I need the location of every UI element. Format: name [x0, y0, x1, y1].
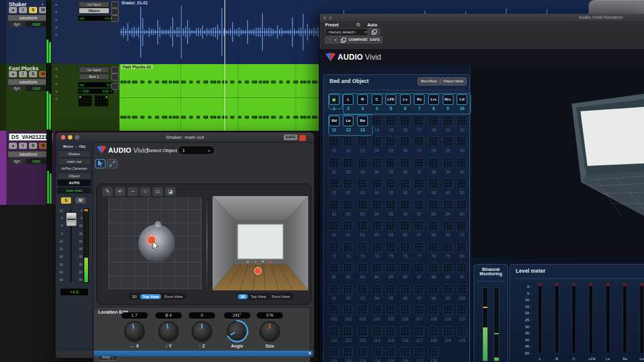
empty-channel-icon[interactable]	[443, 178, 453, 189]
dyn-button[interactable]: dyn	[10, 158, 24, 164]
view-tab-front-view[interactable]: Front View	[162, 294, 185, 299]
channel-cell-17[interactable]: 17	[413, 116, 427, 137]
channel-cell-103[interactable]: 103	[355, 305, 370, 326]
empty-channel-icon[interactable]	[443, 221, 453, 231]
volume-display[interactable]: vol +4.6	[77, 15, 114, 21]
channel-cell-10[interactable]: Ltf10	[455, 94, 469, 116]
empty-channel-icon[interactable]	[343, 263, 353, 273]
channel-cell-107[interactable]: 107	[413, 305, 427, 326]
input-selector[interactable]: no input	[79, 67, 109, 73]
empty-channel-icon[interactable]	[357, 136, 368, 147]
empty-channel-icon[interactable]	[372, 178, 382, 189]
empty-channel-icon[interactable]	[443, 242, 453, 253]
empty-channel-icon[interactable]	[414, 284, 425, 295]
input-monitor-button[interactable]: I	[19, 143, 27, 149]
automation-mode-button[interactable]: read	[26, 158, 47, 164]
empty-channel-icon[interactable]	[372, 200, 382, 211]
channel-cell-83[interactable]: 83	[355, 263, 370, 284]
track-option-button[interactable]	[111, 74, 119, 80]
knob-body[interactable]	[260, 321, 280, 341]
channel-cell-1[interactable]: 1	[327, 94, 341, 116]
gear-icon[interactable]: ⚙	[356, 22, 360, 28]
channel-cell-99[interactable]: 99	[441, 284, 455, 305]
channel-cell-105[interactable]: 105	[384, 305, 398, 326]
bed-channel-c[interactable]: C	[372, 94, 382, 105]
channel-cell-24[interactable]: 24	[370, 136, 384, 158]
bed-channel-r[interactable]: R	[357, 94, 368, 105]
plugin-selector[interactable]: Object	[57, 172, 91, 180]
channel-cell-77[interactable]: 77	[413, 242, 427, 263]
object-mute-button[interactable]: Object Mute	[440, 77, 467, 85]
renderer-3d-room[interactable]	[470, 65, 644, 258]
panner-2d-view[interactable]	[108, 197, 202, 289]
channel-cell-46[interactable]: 46	[398, 178, 413, 200]
view-tab-3d[interactable]: 3D	[238, 294, 248, 299]
empty-channel-icon[interactable]	[457, 326, 467, 337]
channel-cell-87[interactable]: 87	[413, 263, 427, 284]
empty-channel-icon[interactable]	[357, 326, 368, 337]
track-selector[interactable]: Shaker	[57, 150, 91, 158]
empty-channel-icon[interactable]	[414, 178, 425, 189]
empty-channel-icon[interactable]	[414, 116, 425, 126]
track-option-button[interactable]	[111, 83, 119, 90]
channel-cell-63[interactable]: 63	[355, 221, 370, 242]
channel-cell-79[interactable]: 79	[441, 242, 455, 263]
auto-button[interactable]: AUTO	[57, 180, 91, 186]
empty-channel-icon[interactable]	[372, 158, 382, 168]
channel-cell-35[interactable]: 35	[384, 158, 398, 179]
channel-cell-55[interactable]: 55	[384, 200, 398, 221]
channel-cell-34[interactable]: 34	[370, 158, 384, 179]
channel-cell-88[interactable]: 88	[426, 263, 441, 284]
channel-cell-85[interactable]: 85	[384, 263, 398, 284]
channel-cell-69[interactable]: 69	[441, 221, 455, 242]
channel-cell-68[interactable]: 68	[426, 221, 441, 242]
channel-cell-114[interactable]: 114	[370, 326, 384, 348]
volume-display[interactable]: vol 0.0	[77, 82, 114, 88]
empty-channel-icon[interactable]	[357, 200, 368, 211]
channel-cell-57[interactable]: 57	[413, 200, 427, 221]
channel-cell-118[interactable]: 118	[426, 326, 441, 348]
channel-cell-5[interactable]: LFE5	[384, 94, 398, 116]
empty-channel-icon[interactable]	[386, 200, 396, 211]
avpan-cartesian-toggle[interactable]: AvPan Cartesian	[57, 165, 91, 172]
empty-channel-icon[interactable]	[428, 178, 439, 189]
empty-channel-icon[interactable]	[443, 263, 453, 273]
channel-cell-94[interactable]: 94	[370, 284, 384, 305]
empty-channel-icon[interactable]	[400, 326, 411, 337]
empty-channel-icon[interactable]	[386, 305, 396, 315]
input-monitor-button[interactable]: I	[19, 7, 27, 13]
view-tab-top-view[interactable]: Top View	[248, 294, 269, 299]
channel-cell-60[interactable]: 60	[455, 200, 469, 221]
bed-channel-rrs[interactable]: Rrs	[443, 94, 453, 105]
dyn-button[interactable]: dyn	[10, 21, 24, 27]
view-tab-front-view[interactable]: Front View	[269, 294, 292, 299]
channel-cell-58[interactable]: 58	[426, 200, 441, 221]
playhead[interactable]	[225, 0, 225, 131]
empty-channel-icon[interactable]	[343, 242, 353, 253]
channel-cell-29[interactable]: 29	[441, 136, 455, 158]
channel-cell-66[interactable]: 66	[398, 221, 413, 242]
track-option-button[interactable]	[111, 67, 119, 74]
empty-channel-icon[interactable]	[443, 326, 453, 337]
empty-channel-icon[interactable]	[386, 136, 396, 147]
cursor-tool-button[interactable]	[95, 159, 106, 168]
empty-channel-icon[interactable]	[414, 347, 425, 358]
channel-cell-98[interactable]: 98	[426, 284, 441, 305]
bed-mute-button[interactable]: Bed Mute	[418, 77, 440, 85]
dyn-button[interactable]: dyn	[10, 85, 24, 91]
empty-channel-icon[interactable]	[372, 242, 382, 253]
track-view-selector[interactable]: waveform	[8, 151, 49, 158]
empty-channel-icon[interactable]	[414, 326, 425, 337]
channel-cell-97[interactable]: 97	[413, 284, 427, 305]
channel-cell-13[interactable]: Rtr13	[355, 116, 370, 137]
minimize-button[interactable]	[329, 16, 332, 19]
empty-channel-icon[interactable]	[329, 326, 340, 337]
pan-display[interactable]: < 100 100 >	[77, 88, 114, 94]
channel-cell-61[interactable]: 61	[327, 221, 341, 242]
channel-cell-22[interactable]: 22	[341, 136, 356, 158]
mute-button[interactable]: M	[75, 197, 86, 204]
empty-channel-icon[interactable]	[457, 284, 467, 295]
channel-cell-110[interactable]: 110	[455, 305, 469, 326]
empty-channel-icon[interactable]	[357, 221, 368, 231]
empty-channel-icon[interactable]	[372, 305, 382, 315]
